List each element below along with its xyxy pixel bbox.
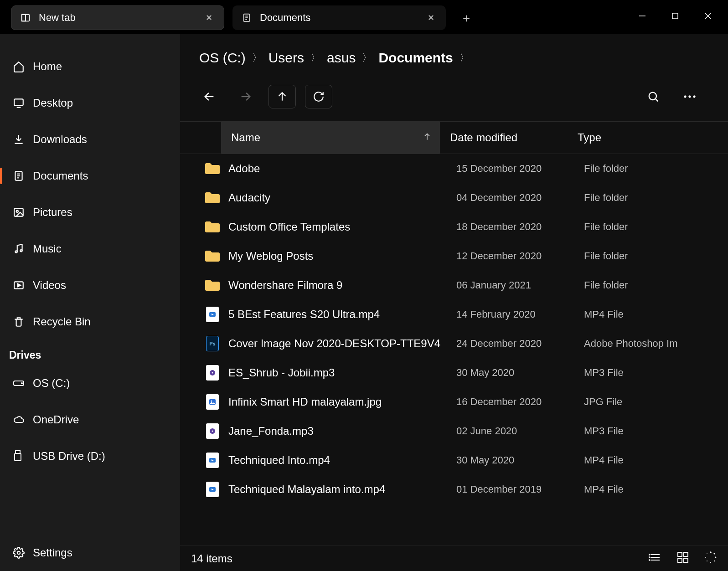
sidebar-item-label: Documents (33, 170, 88, 182)
sidebar-item-home[interactable]: Home (0, 48, 180, 85)
window-controls (626, 5, 724, 26)
file-type: MP4 File (584, 454, 728, 466)
refresh-button[interactable] (305, 85, 332, 108)
tab-label: Documents (260, 12, 424, 24)
trash-icon (13, 316, 33, 328)
sidebar: Home Desktop Downloads Documents Picture… (0, 34, 180, 571)
file-row[interactable]: Infinix Smart HD malayalam.jpg16 Decembe… (180, 387, 728, 417)
file-date: 30 May 2020 (456, 454, 584, 466)
tab-new-tab[interactable]: New tab ✕ (11, 5, 224, 30)
doc-icon (13, 170, 33, 182)
up-button[interactable] (268, 85, 296, 108)
file-name: Techniqued Into.mp4 (228, 454, 456, 467)
file-row[interactable]: Adobe15 December 2020File folder (180, 154, 728, 183)
search-button[interactable] (640, 85, 667, 108)
file-row[interactable]: My Weblog Posts12 December 2020File fold… (180, 242, 728, 271)
file-type: File folder (584, 279, 728, 291)
sidebar-item-documents[interactable]: Documents (0, 158, 180, 194)
svg-rect-10 (14, 99, 23, 105)
breadcrumb-part[interactable]: asus (327, 50, 356, 66)
file-date: 16 December 2020 (456, 396, 584, 408)
drives-header: Drives (0, 340, 180, 365)
file-icon (196, 453, 228, 468)
chevron-right-icon: 〉 (310, 51, 320, 65)
forward-button[interactable] (232, 85, 259, 108)
svg-rect-26 (15, 453, 21, 461)
grid-view-button[interactable] (677, 551, 689, 566)
svg-point-61 (715, 556, 717, 558)
svg-point-44 (212, 431, 213, 432)
file-type: MP4 File (584, 309, 728, 320)
svg-point-42 (211, 401, 212, 402)
file-type: MP3 File (584, 367, 728, 379)
column-label: Type (578, 131, 601, 144)
svg-rect-57 (678, 558, 682, 562)
svg-point-64 (707, 561, 707, 561)
svg-point-31 (649, 93, 656, 100)
sidebar-item-pictures[interactable]: Pictures (0, 194, 180, 231)
svg-rect-7 (672, 13, 678, 19)
more-button[interactable] (676, 85, 703, 108)
sidebar-item-music[interactable]: Music (0, 231, 180, 267)
file-row[interactable]: Techniqued Malayalam into.mp401 December… (180, 475, 728, 504)
sidebar-item-recyclebin[interactable]: Recycle Bin (0, 304, 180, 340)
svg-point-59 (710, 551, 712, 553)
svg-point-60 (713, 553, 715, 554)
sidebar-item-label: Recycle Bin (33, 315, 91, 328)
file-row[interactable]: Jane_Fonda.mp302 June 2020MP3 File (180, 417, 728, 446)
file-row[interactable]: ES_Shrub - Jobii.mp330 May 2020MP3 File (180, 358, 728, 387)
file-name: Audacity (228, 191, 456, 204)
file-icon (196, 394, 228, 410)
titlebar: New tab ✕ Documents ✕ ＋ (0, 0, 728, 34)
sidebar-item-os-c[interactable]: OS (C:) (0, 365, 180, 401)
sidebar-item-videos[interactable]: Videos (0, 267, 180, 304)
sidebar-item-label: OneDrive (33, 413, 79, 426)
sort-asc-icon (423, 131, 432, 144)
file-name: Jane_Fonda.mp3 (228, 425, 456, 437)
table-header: Name Date modified Type (180, 121, 728, 154)
file-name: Techniqued Malayalam into.mp4 (228, 483, 456, 496)
file-row[interactable]: PsCover Image Nov 2020-DESKTOP-TTE9V424 … (180, 329, 728, 358)
tab-documents[interactable]: Documents ✕ (232, 5, 446, 30)
svg-point-24 (21, 383, 22, 384)
maximize-button[interactable] (659, 5, 692, 26)
file-row[interactable]: 5 BEst Features S20 Ultra.mp414 February… (180, 300, 728, 329)
close-window-button[interactable] (692, 5, 724, 26)
file-row[interactable]: Audacity04 December 2020File folder (180, 183, 728, 212)
sidebar-item-desktop[interactable]: Desktop (0, 85, 180, 121)
close-tab-icon[interactable]: ✕ (424, 13, 438, 23)
sidebar-item-downloads[interactable]: Downloads (0, 121, 180, 158)
column-name-header[interactable]: Name (221, 121, 440, 154)
breadcrumb-part[interactable]: Users (268, 50, 304, 66)
sidebar-item-settings[interactable]: Settings (0, 535, 180, 571)
sidebar-item-usb-d[interactable]: USB Drive (D:) (0, 438, 180, 474)
column-date-header[interactable]: Date modified (440, 131, 568, 144)
sidebar-item-onedrive[interactable]: OneDrive (0, 401, 180, 438)
file-name: My Weblog Posts (228, 250, 456, 262)
sidebar-item-label: Videos (33, 279, 66, 292)
new-tab-button[interactable]: ＋ (454, 5, 479, 30)
item-count: 14 items (191, 552, 232, 565)
svg-rect-17 (14, 208, 23, 216)
file-row[interactable]: Custom Office Templates18 December 2020F… (180, 212, 728, 242)
svg-rect-55 (678, 552, 682, 556)
sync-status-icon[interactable] (704, 551, 717, 566)
monitor-icon (13, 97, 33, 109)
close-tab-icon[interactable]: ✕ (202, 13, 216, 23)
image-icon (13, 206, 33, 218)
svg-rect-58 (684, 558, 688, 562)
svg-point-33 (684, 96, 686, 98)
column-type-header[interactable]: Type (568, 131, 728, 144)
back-button[interactable] (196, 85, 223, 108)
file-row[interactable]: Techniqued Into.mp430 May 2020MP4 File (180, 446, 728, 475)
svg-point-63 (710, 561, 711, 562)
details-view-button[interactable] (649, 552, 661, 566)
file-date: 12 December 2020 (456, 250, 584, 262)
breadcrumb-current[interactable]: Documents (378, 50, 453, 66)
nav-toolbar (180, 66, 728, 121)
chevron-right-icon: 〉 (460, 51, 470, 65)
minimize-button[interactable] (626, 5, 659, 26)
breadcrumb-part[interactable]: OS (C:) (199, 50, 246, 66)
file-type: File folder (584, 250, 728, 262)
file-row[interactable]: Wondershare Filmora 906 January 2021File… (180, 271, 728, 300)
